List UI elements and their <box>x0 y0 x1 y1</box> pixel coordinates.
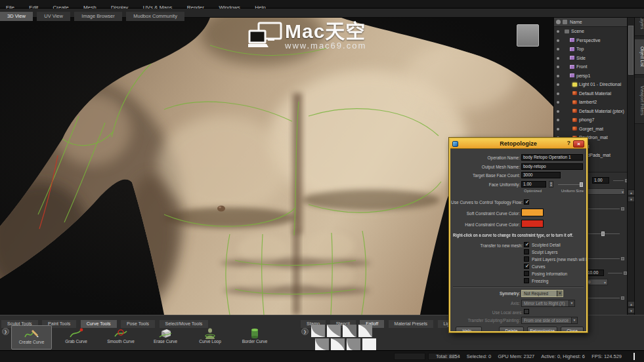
falloff-preset-1[interactable] <box>311 325 325 337</box>
symmetry-label: Symmetry: <box>500 291 520 296</box>
tool-smooth-curve[interactable]: Smooth Curve <box>100 325 141 350</box>
tool-create-curve[interactable]: Create Curve <box>11 325 52 350</box>
tab-image-browser[interactable]: Image Browser <box>74 12 121 21</box>
chevron-down-icon: ▾ <box>622 190 624 195</box>
use-curves-checkbox[interactable] <box>524 199 529 205</box>
tree-row-material[interactable]: Default Material (ptex) <box>554 107 627 116</box>
tree-row-camera[interactable]: Top <box>554 45 627 54</box>
freezing-checkbox[interactable] <box>524 278 529 283</box>
slider-reset-icon[interactable] <box>621 257 624 260</box>
soft-color-row: Soft Constraint Curve Color: <box>450 209 586 218</box>
distance-value-field[interactable]: 10.00 <box>586 270 604 276</box>
slider-handle[interactable] <box>580 182 583 187</box>
tree-row-camera[interactable]: persp1 <box>554 71 627 81</box>
retopologize-button[interactable]: Retopologize <box>527 327 557 332</box>
face-uniformity-input[interactable]: 1.00 <box>521 181 546 188</box>
use-curves-row: Use Curves to Control Topology Flow: <box>450 199 586 207</box>
scene-icon <box>565 30 569 33</box>
face-count-input[interactable]: 3000 <box>521 172 561 178</box>
face-count-row: Target Base Face Count: 3000 <box>450 172 586 180</box>
visibility-dot[interactable] <box>557 119 559 121</box>
axis-dropdown[interactable]: Mirror Left to Right (X)▼ <box>521 300 575 307</box>
paint-layers-checkbox[interactable] <box>524 256 529 262</box>
visibility-dot[interactable] <box>557 39 559 42</box>
symmetry-row: Symmetry: Not Required▼ <box>450 290 586 298</box>
falloff-preset-3[interactable] <box>343 325 356 337</box>
tab-mudbox-community[interactable]: Mudbox Community <box>126 12 184 21</box>
sculpt-layers-checkbox[interactable] <box>524 249 529 254</box>
help-icon[interactable]: ? <box>567 140 571 146</box>
curves-checkbox[interactable] <box>524 264 529 269</box>
hard-constraint-color-swatch[interactable] <box>521 220 544 228</box>
visibility-dot[interactable] <box>557 128 559 131</box>
tree-row-material[interactable]: lambert2 <box>554 98 627 107</box>
falloff-preset-4[interactable] <box>358 325 372 337</box>
slider-handle[interactable] <box>601 231 605 236</box>
distance-slider[interactable] <box>608 273 622 273</box>
visibility-dot[interactable] <box>557 66 559 68</box>
scrollbar-thumb[interactable] <box>628 26 633 75</box>
visibility-dot[interactable] <box>557 57 559 60</box>
delete-button[interactable]: Delete <box>499 327 524 332</box>
object-list-header-label: Name <box>570 20 582 24</box>
falloff-preset-2[interactable] <box>327 325 341 337</box>
close-button[interactable]: Close <box>561 327 584 332</box>
tree-row-camera[interactable]: Front <box>554 62 627 71</box>
face-count-label: Target Base Face Count: <box>473 173 520 178</box>
visibility-dot[interactable] <box>557 48 559 50</box>
visibility-dot[interactable] <box>557 83 559 86</box>
operation-name-input[interactable]: body Retopo Operation 1 <box>521 154 583 161</box>
face-uniformity-slider[interactable] <box>558 184 583 185</box>
tool-erase-curve[interactable]: Erase Curve <box>145 325 186 350</box>
visibility-column-icon[interactable] <box>556 20 561 24</box>
tree-row-material[interactable]: Default Material <box>554 89 627 98</box>
transfer-sp-dropdown[interactable]: From one side of source▼ <box>521 317 578 324</box>
tray-expand-icon[interactable]: ❯ <box>301 328 309 335</box>
viewport-corner-button[interactable] <box>517 24 539 47</box>
tray-expand-icon[interactable]: ❯ <box>2 328 9 335</box>
size-slider[interactable] <box>613 180 624 181</box>
tool-curve-loop[interactable]: Curve Loop <box>190 325 230 350</box>
tree-row-material[interactable]: phong7 <box>554 115 627 125</box>
tree-row-camera[interactable]: Perspective <box>554 36 627 45</box>
soft-constraint-color-swatch[interactable] <box>521 209 544 216</box>
object-list-scrollbar[interactable]: ▲ ▼ ▲ ▼ <box>627 18 634 315</box>
tree-row-scene[interactable]: Scene <box>554 27 627 36</box>
hard-color-row: Hard Constraint Curve Color: <box>450 220 586 229</box>
camera-icon <box>570 56 574 60</box>
tree-row-camera[interactable]: Side <box>554 54 627 63</box>
side-tab-object-list[interactable]: Object List <box>635 39 644 75</box>
visibility-dot[interactable] <box>557 101 559 104</box>
tree-row-light[interactable]: Light 01 - Directional <box>554 80 627 89</box>
help-button[interactable]: Help... <box>456 327 482 332</box>
visibility-dot[interactable] <box>557 30 559 33</box>
tab-3d-view[interactable]: 3D View <box>0 12 33 21</box>
dialog-titlebar[interactable]: Retopologize ? × <box>450 139 586 149</box>
lock-column-icon[interactable] <box>563 20 567 24</box>
falloff-preset-5[interactable] <box>315 338 329 351</box>
local-axes-checkbox[interactable] <box>524 309 529 314</box>
slider-reset-icon[interactable] <box>621 207 624 211</box>
slider-reset-icon[interactable] <box>621 296 624 300</box>
visibility-dot[interactable] <box>557 75 559 77</box>
falloff-preset-7[interactable] <box>347 338 360 351</box>
side-tab-viewport-filters[interactable]: Viewport Filters <box>635 78 644 124</box>
tab-material-presets[interactable]: Material Presets <box>389 320 434 328</box>
falloff-preset-8[interactable] <box>362 338 376 351</box>
output-mesh-input[interactable]: body-retopo <box>521 163 583 170</box>
retopologize-dialog: Retopologize ? × Operation Name: body Re… <box>449 138 588 332</box>
tool-grab-curve[interactable]: Grab Curve <box>56 325 97 350</box>
sculpted-detail-checkbox[interactable] <box>524 242 529 247</box>
posing-information-checkbox[interactable] <box>524 271 529 276</box>
falloff-preset-6[interactable] <box>331 338 345 351</box>
visibility-dot[interactable] <box>557 92 559 95</box>
visibility-dot[interactable] <box>557 110 559 113</box>
close-icon[interactable]: × <box>573 140 584 148</box>
tool-border-curve[interactable]: Border Curve <box>234 325 275 350</box>
spinner-stepper[interactable]: ▲▼ <box>549 181 553 188</box>
tree-row-material[interactable]: Gorget_mat <box>554 125 627 134</box>
material-icon <box>572 109 577 113</box>
size-value-field[interactable]: 1.00 <box>592 177 609 184</box>
tab-uv-view[interactable]: UV View <box>37 12 70 21</box>
symmetry-dropdown[interactable]: Not Required▼ <box>521 290 563 297</box>
